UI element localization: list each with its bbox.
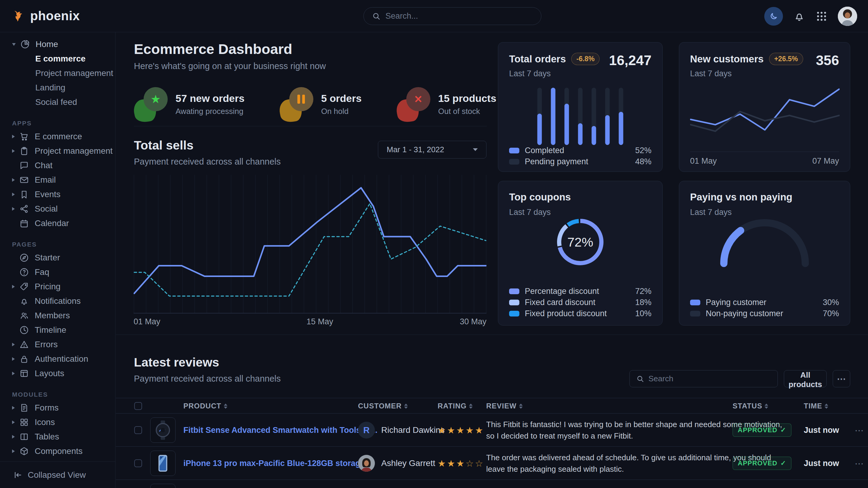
sidebar-item-email[interactable]: Email bbox=[0, 173, 115, 187]
date-range-select[interactable]: Mar 1 - 31, 2022 bbox=[378, 141, 487, 159]
row-checkbox[interactable] bbox=[134, 459, 142, 467]
product-image[interactable] bbox=[150, 484, 176, 488]
column-product[interactable]: PRODUCT bbox=[183, 398, 227, 414]
total-sells-subtitle: Payment received across all channels bbox=[134, 157, 281, 167]
stat-new-orders: ★ 57 new ordersAwating processing bbox=[134, 87, 245, 122]
sidebar-item-social-feed[interactable]: Social feed bbox=[0, 95, 115, 109]
sidebar-item-ecommerce-dashboard[interactable]: E commerce bbox=[0, 52, 115, 66]
coupons-donut-chart: 72% bbox=[550, 212, 611, 272]
reviews-search[interactable] bbox=[629, 370, 778, 387]
customer-name: Ashley Garrett bbox=[381, 458, 435, 468]
chevron-right-icon bbox=[12, 372, 15, 375]
notifications-button[interactable] bbox=[793, 10, 805, 22]
brand-logo[interactable]: phoenix bbox=[0, 9, 116, 23]
sidebar-item-notifications[interactable]: Notifications bbox=[0, 294, 115, 308]
reviews-subtitle: Payment received across all channels bbox=[134, 374, 281, 384]
sort-icon bbox=[469, 403, 473, 409]
bookmark-icon bbox=[19, 189, 29, 199]
review-time: Just now bbox=[804, 459, 839, 468]
chevron-right-icon bbox=[12, 421, 15, 424]
sort-icon bbox=[825, 403, 828, 409]
sidebar-item-tables[interactable]: Tables bbox=[0, 429, 115, 444]
theme-toggle-button[interactable] bbox=[764, 7, 783, 26]
share-icon bbox=[19, 204, 29, 214]
sidebar-item-layouts[interactable]: Layouts bbox=[0, 366, 115, 381]
search-input[interactable] bbox=[385, 11, 533, 21]
sidebar-section-apps: APPS bbox=[12, 120, 115, 127]
sidebar-item-members[interactable]: Members bbox=[0, 308, 115, 323]
chevron-right-icon bbox=[12, 149, 15, 153]
coupons-legend: Percentage discount72% Fixed card discou… bbox=[509, 286, 651, 319]
legend-item: Pending payment48% bbox=[509, 156, 651, 167]
legend-item: Completed52% bbox=[509, 145, 651, 156]
chevron-right-icon bbox=[12, 406, 15, 410]
card-period: Last 7 days bbox=[509, 69, 551, 78]
chevron-right-icon bbox=[12, 135, 15, 138]
sidebar-item-forms[interactable]: Forms bbox=[0, 400, 115, 415]
product-link[interactable]: Fitbit Sense Advanced Smartwatch with To… bbox=[183, 426, 378, 435]
top-coupons-card: Top coupons Last 7 days 72% Percentage d… bbox=[498, 181, 662, 326]
product-image[interactable] bbox=[150, 451, 176, 476]
paying-card: Paying vs non paying Last 7 days Paying … bbox=[679, 181, 850, 326]
sidebar-item-events[interactable]: Events bbox=[0, 187, 115, 202]
sidebar-item-home[interactable]: Home bbox=[0, 37, 115, 52]
column-status[interactable]: STATUS bbox=[733, 398, 768, 414]
chevron-right-icon bbox=[12, 193, 15, 196]
customer-avatar[interactable] bbox=[358, 455, 375, 472]
sidebar-item-authentication[interactable]: Authentication bbox=[0, 352, 115, 366]
sidebar-item-project-management-dashboard[interactable]: Project management bbox=[0, 66, 115, 80]
card-title: Paying vs non paying bbox=[690, 191, 792, 203]
users-icon bbox=[19, 311, 29, 321]
stat-orders-on-hold: 5 ordersOn hold bbox=[280, 87, 362, 122]
reviews-table-header: PRODUCT CUSTOMER RATING REVIEW STATUS TI… bbox=[116, 398, 868, 414]
column-customer[interactable]: CUSTOMER bbox=[358, 398, 408, 414]
sidebar-item-calendar[interactable]: Calendar bbox=[0, 216, 115, 231]
sidebar-item-faq[interactable]: Faq bbox=[0, 265, 115, 280]
sidebar-item-starter[interactable]: Starter bbox=[0, 251, 115, 265]
global-search[interactable] bbox=[364, 7, 541, 25]
table-icon bbox=[19, 432, 29, 442]
grid-squares-icon bbox=[19, 417, 29, 427]
column-review[interactable]: REVIEW bbox=[486, 398, 523, 414]
sidebar-item-social[interactable]: Social bbox=[0, 202, 115, 216]
sidebar-item-timeline[interactable]: Timeline bbox=[0, 323, 115, 337]
select-all-checkbox[interactable] bbox=[134, 402, 142, 410]
apps-grid-button[interactable] bbox=[815, 10, 828, 22]
trend-badge: -6.8% bbox=[571, 53, 599, 65]
page-title: Ecommerce Dashboard bbox=[134, 41, 292, 57]
customer-name: Richard Dawkins bbox=[381, 425, 444, 435]
orders-bar-chart bbox=[537, 88, 623, 145]
chevron-right-icon bbox=[12, 343, 15, 346]
sidebar-item-components[interactable]: Components bbox=[0, 444, 115, 458]
sidebar-item-landing[interactable]: Landing bbox=[0, 80, 115, 95]
table-row: Fitbit Sense Advanced Smartwatch with To… bbox=[116, 414, 868, 447]
chat-bubble-icon bbox=[19, 160, 29, 171]
quick-stats: ★ 57 new ordersAwating processing 5 orde… bbox=[134, 87, 496, 122]
sidebar-item-ecommerce-app[interactable]: E commerce bbox=[0, 129, 115, 144]
all-products-button[interactable]: All products bbox=[784, 370, 827, 387]
collapse-sidebar-button[interactable]: Collapsed View bbox=[0, 461, 115, 488]
row-checkbox[interactable] bbox=[134, 426, 142, 434]
product-link[interactable]: iPhone 13 pro max-Pacific Blue-128GB sto… bbox=[183, 459, 365, 468]
product-image[interactable] bbox=[150, 418, 176, 443]
reviews-more-button[interactable]: ⋯ bbox=[833, 370, 850, 387]
column-rating[interactable]: RATING bbox=[438, 398, 473, 414]
chevron-right-icon bbox=[12, 449, 15, 453]
reviews-search-input[interactable] bbox=[648, 374, 771, 383]
sidebar: Home E commerce Project management Landi… bbox=[0, 32, 116, 488]
row-menu-button[interactable]: ⋯ bbox=[855, 425, 864, 435]
divider bbox=[134, 126, 487, 126]
pause-icon bbox=[298, 95, 305, 104]
sidebar-item-icons[interactable]: Icons bbox=[0, 415, 115, 429]
row-menu-button[interactable]: ⋯ bbox=[855, 458, 864, 469]
column-time[interactable]: TIME bbox=[804, 398, 828, 414]
sidebar-item-chat[interactable]: Chat bbox=[0, 158, 115, 173]
paying-legend: Paying customer30% Non-paying customer70… bbox=[690, 297, 839, 319]
sidebar-item-pricing[interactable]: Pricing bbox=[0, 280, 115, 294]
card-title: Top coupons bbox=[509, 191, 571, 203]
pie-chart-icon bbox=[20, 39, 30, 50]
sidebar-item-project-management[interactable]: Project management bbox=[0, 144, 115, 158]
user-avatar[interactable] bbox=[838, 7, 857, 26]
sidebar-item-errors[interactable]: Errors bbox=[0, 337, 115, 352]
customer-avatar[interactable]: R bbox=[358, 422, 375, 438]
